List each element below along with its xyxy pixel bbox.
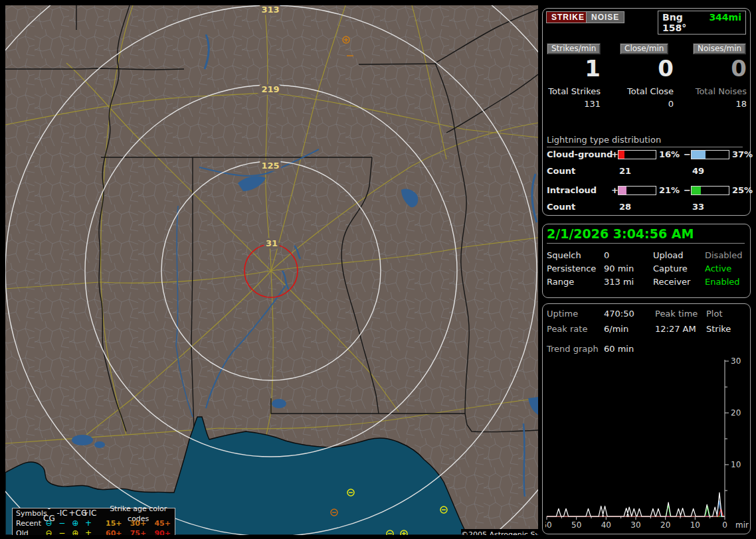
upload-value: Disabled [705, 250, 742, 260]
capture-value: Active [705, 264, 731, 273]
status-row: Squelch 0 Upload Disabled [543, 250, 750, 261]
upload-label: Upload [653, 250, 684, 260]
svg-text:10: 10 [731, 460, 741, 469]
svg-text:40: 40 [601, 520, 611, 530]
svg-text:min: min [735, 520, 749, 530]
cg-negative-count: 49 [692, 166, 704, 176]
pos-cg-recent-icon: ⊕ [68, 518, 82, 528]
age-45: 45+ [150, 518, 175, 528]
age-15: 15+ [102, 518, 126, 528]
cg-positive-count: 21 [619, 166, 631, 176]
total-strikes-label: Total Strikes [534, 86, 601, 96]
pos-cg-old-icon: ⊕ [68, 528, 82, 535]
age-60: 60+ [102, 528, 126, 535]
capture-label: Capture [653, 264, 688, 273]
ring-label-219: 219 [261, 84, 279, 94]
svg-text:20: 20 [731, 408, 741, 418]
cloud-ground-row: Cloud-ground + 16% − 37% [547, 149, 746, 159]
noise-mode-button[interactable]: NOISE [586, 11, 624, 23]
ic-positive-pct: 21% [659, 185, 680, 195]
ic-positive-bar [618, 186, 656, 195]
neg-ic-recent-icon: − [55, 518, 68, 528]
peak-rate-label: Peak rate [547, 324, 587, 334]
uptime-label: Uptime [547, 309, 578, 319]
trend-panel: Uptime 470:50 Peak time Plot Peak rate 6… [542, 303, 751, 534]
pos-ic-old-icon: + [82, 528, 95, 535]
peak-time-value: 12:27 AM [655, 324, 696, 334]
legend-recent-row: Recent ⊖ − ⊕ + 15+ 30+ 45+ [13, 518, 175, 528]
neg-ic-old-icon: − [55, 528, 68, 535]
cg-positive-bar [618, 150, 656, 159]
nexstorm-window: { "toolbar": { "strike": "STRIKE", "nois… [0, 0, 756, 539]
uptime-row: Uptime 470:50 Peak time Plot [543, 309, 750, 319]
neg-cg-recent-icon: ⊖ [43, 518, 56, 528]
minus-sign: − [684, 149, 691, 159]
persistence-value: 90 min [604, 264, 634, 273]
strikes-per-min-chip[interactable]: Strikes/min [547, 43, 601, 54]
noises-per-min-chip[interactable]: Noises/min [693, 43, 746, 54]
persistence-label: Persistence [547, 264, 596, 273]
minus-sign: − [684, 185, 691, 195]
strike-mode-button[interactable]: STRIKE [546, 11, 590, 23]
squelch-value: 0 [604, 250, 609, 260]
noises-per-min-value: 0 [693, 56, 747, 80]
cg-positive-pct: 16% [659, 149, 680, 159]
svg-text:60: 60 [545, 520, 552, 530]
age-75: 75+ [126, 528, 151, 535]
svg-text:50: 50 [571, 520, 581, 530]
svg-text:30: 30 [731, 356, 741, 366]
svg-text:20: 20 [660, 520, 670, 530]
plot-value: Strike [706, 324, 731, 334]
trend-chart: 1020306050403020100min [545, 356, 749, 531]
ic-negative-pct: 25% [732, 185, 753, 195]
total-strikes-value: 131 [534, 99, 601, 109]
lightning-map[interactable]: 313 219 125 31 Symbols -CG -IC +CG +IC S… [5, 5, 538, 535]
total-close-value: 0 [607, 99, 674, 109]
receiver-value: Enabled [705, 277, 740, 287]
range-value: 313 mi [604, 277, 634, 287]
ic-positive-count: 28 [619, 202, 631, 212]
status-row: Persistence 90 min Capture Active [543, 264, 750, 274]
total-close-label: Total Close [607, 86, 674, 96]
rates-panel: STRIKE NOISE Bng 158° 344mi Strikes/min … [542, 8, 751, 216]
count-label: Count [547, 166, 575, 176]
range-label: Range [547, 277, 574, 287]
status-panel: 2/1/2026 3:04:56 AM Squelch 0 Upload Dis… [542, 224, 751, 298]
svg-text:0: 0 [722, 520, 727, 530]
cloud-ground-label: Cloud-ground [547, 149, 613, 159]
uptime-value: 470:50 [604, 309, 634, 319]
distance-value: 344mi [709, 12, 741, 33]
trend-graph-label: Trend graph [547, 344, 599, 354]
distribution-title: Lightning type distribution [547, 135, 743, 147]
neg-cg-old-icon: ⊖ [43, 528, 56, 535]
close-per-min-value: 0 [620, 56, 674, 80]
legend-col-pos-ic: +IC [82, 508, 95, 518]
legend-recent-label: Recent [16, 518, 43, 528]
legend-header-row: Symbols -CG -IC +CG +IC Strike age color… [13, 508, 175, 518]
legend-old-label: Old [16, 528, 43, 535]
svg-text:30: 30 [630, 520, 640, 530]
count-label: Count [547, 202, 575, 212]
cloud-ground-count-row: Count 21 49 [547, 166, 746, 176]
close-per-min-chip[interactable]: Close/min [620, 43, 668, 54]
map-legend: Symbols -CG -IC +CG +IC Strike age color… [12, 508, 175, 535]
peak-time-label: Peak time [655, 309, 698, 319]
ic-negative-bar [691, 186, 729, 195]
legend-col-neg-ic: -IC [56, 508, 69, 518]
age-30: 30+ [126, 518, 151, 528]
cg-negative-bar [691, 150, 729, 159]
plot-label: Plot [706, 309, 723, 319]
ic-negative-count: 33 [692, 202, 704, 212]
legend-old-row: Old ⊖ − ⊕ + 60+ 75+ 90+ [13, 528, 175, 535]
copyright-text: ©2005 Astrogenic Systems [461, 529, 538, 535]
intracloud-row: Intracloud + 21% − 25% [547, 185, 746, 195]
ring-label-31: 31 [266, 238, 278, 248]
pos-ic-recent-icon: + [82, 518, 95, 528]
strikes-per-min-value: 1 [547, 56, 601, 80]
legend-col-pos-cg: +CG [68, 508, 82, 518]
status-row: Range 313 mi Receiver Enabled [543, 277, 750, 287]
ring-label-313: 313 [261, 5, 279, 15]
cg-negative-pct: 37% [732, 149, 753, 159]
datetime-display: 2/1/2026 3:04:56 AM [547, 226, 745, 244]
peak-rate-value: 6/min [604, 324, 628, 334]
